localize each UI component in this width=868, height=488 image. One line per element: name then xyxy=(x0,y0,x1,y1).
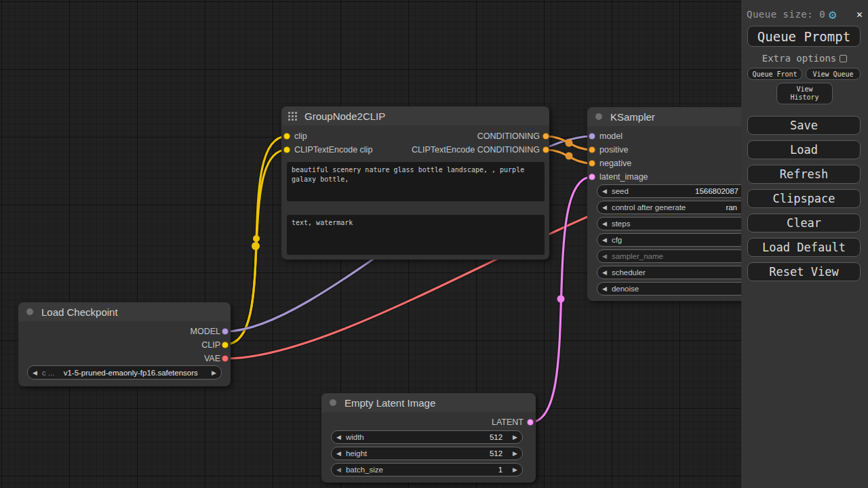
output-port-conditioning[interactable] xyxy=(542,133,549,140)
close-icon[interactable]: ✕ xyxy=(856,8,863,20)
input-port-cliptextencode-clip[interactable] xyxy=(283,146,290,153)
output-port-latent[interactable] xyxy=(527,419,534,426)
seed-widget[interactable]: ◀ seed 1566802087 xyxy=(597,184,758,198)
node-groupnode2clip-header[interactable]: GroupNode2CLIP xyxy=(281,106,549,125)
reset-view-button[interactable]: Reset View xyxy=(747,262,861,281)
input-label: clip xyxy=(294,131,307,141)
widget-label: denoise xyxy=(612,285,639,293)
negative-prompt-textarea[interactable]: text, watermark xyxy=(287,215,545,255)
input-port-latent-image[interactable] xyxy=(589,174,595,180)
next-arrow-icon[interactable]: ▶ xyxy=(207,369,221,376)
decrement-arrow-icon[interactable]: ◀ xyxy=(597,237,612,243)
decrement-arrow-icon[interactable]: ◀ xyxy=(597,220,612,227)
decrement-arrow-icon[interactable]: ◀ xyxy=(332,434,346,441)
output-label: LATENT xyxy=(492,418,524,427)
input-label: CLIPTextEncode clip xyxy=(294,145,372,155)
queue-front-button[interactable]: Queue Front xyxy=(747,68,802,80)
decrement-arrow-icon[interactable]: ◀ xyxy=(597,285,612,292)
increment-arrow-icon[interactable]: ▶ xyxy=(508,466,522,473)
output-port-model[interactable] xyxy=(222,328,229,335)
sampler-name-widget[interactable]: ◀ sampler_name xyxy=(597,249,758,263)
decrement-arrow-icon[interactable]: ◀ xyxy=(332,450,346,457)
widget-label: seed xyxy=(612,187,629,195)
widget-label: steps xyxy=(612,220,631,228)
node-ksampler-header[interactable]: KSampler xyxy=(587,107,761,126)
output-port-clip[interactable] xyxy=(222,342,229,348)
widget-label: sampler_name xyxy=(612,252,663,260)
steps-widget[interactable]: ◀ steps xyxy=(597,217,758,230)
output-label: VAE xyxy=(204,354,220,363)
save-button[interactable]: Save xyxy=(747,116,861,135)
scheduler-widget[interactable]: ◀ scheduler xyxy=(597,266,758,279)
increment-arrow-icon[interactable]: ▶ xyxy=(508,450,522,457)
output-label: CLIPTextEncode CONDITIONING xyxy=(412,145,540,155)
input-port-negative[interactable] xyxy=(589,160,595,167)
node-load-checkpoint-header[interactable]: Load Checkpoint xyxy=(18,302,231,321)
node-empty-latent-image[interactable]: Empty Latent Image LATENT ◀ width 512 ▶ … xyxy=(321,393,536,483)
view-history-line2: History xyxy=(790,94,818,102)
decrement-arrow-icon[interactable]: ◀ xyxy=(597,204,612,211)
link-dot xyxy=(566,152,573,160)
decrement-arrow-icon[interactable]: ◀ xyxy=(597,253,612,260)
node-title: KSampler xyxy=(610,111,655,123)
view-history-line1: View xyxy=(796,85,812,94)
widget-value: 1 xyxy=(383,466,508,474)
collapse-dot-icon[interactable] xyxy=(330,399,336,406)
link-dot xyxy=(566,140,573,147)
width-widget[interactable]: ◀ width 512 ▶ xyxy=(331,430,523,444)
input-label: model xyxy=(599,131,623,141)
widget-label: scheduler xyxy=(612,268,646,277)
output-port-cliptextencode-conditioning[interactable] xyxy=(542,146,549,153)
input-port-positive[interactable] xyxy=(589,146,595,153)
output-label: CLIP xyxy=(201,340,220,350)
node-empty-latent-image-header[interactable]: Empty Latent Image xyxy=(321,393,536,412)
denoise-widget[interactable]: ◀ denoise xyxy=(597,282,758,296)
refresh-button[interactable]: Refresh xyxy=(747,165,861,184)
ckpt-name-widget[interactable]: ◀ c ... v1-5-pruned-emaonly-fp16.safeten… xyxy=(27,365,222,380)
clipspace-button[interactable]: Clipspace xyxy=(747,189,861,208)
queue-size-label: Queue size: 0 xyxy=(747,9,825,20)
load-button[interactable]: Load xyxy=(747,140,861,159)
cfg-widget[interactable]: ◀ cfg xyxy=(597,233,758,247)
widget-value: 512 xyxy=(364,433,508,441)
extra-options-label: Extra options xyxy=(762,53,837,64)
input-label: positive xyxy=(599,145,628,155)
increment-arrow-icon[interactable]: ▶ xyxy=(508,434,522,441)
decrement-arrow-icon[interactable]: ◀ xyxy=(597,188,612,195)
node-title: Load Checkpoint xyxy=(41,306,118,318)
decrement-arrow-icon[interactable]: ◀ xyxy=(332,466,346,473)
load-default-button[interactable]: Load Default xyxy=(747,238,861,257)
input-port-clip[interactable] xyxy=(283,133,290,140)
group-node-icon xyxy=(288,112,297,121)
height-widget[interactable]: ◀ height 512 ▶ xyxy=(331,447,523,460)
settings-gear-icon[interactable]: ⚙ xyxy=(829,8,836,21)
prev-arrow-icon[interactable]: ◀ xyxy=(28,369,42,376)
comfyui-app: GroupNode2CLIP clip CLIPTextEncode clip … xyxy=(0,0,868,488)
input-label: negative xyxy=(599,159,631,168)
input-label: latent_image xyxy=(599,172,648,182)
positive-prompt-textarea[interactable]: beautiful scenery nature glass bottle la… xyxy=(287,162,545,201)
link-dot xyxy=(557,296,565,303)
extra-options-checkbox[interactable] xyxy=(840,55,847,62)
widget-label: c ... xyxy=(42,369,55,377)
input-port-model[interactable] xyxy=(589,133,595,140)
output-port-vae[interactable] xyxy=(222,355,229,362)
node-groupnode2clip[interactable]: GroupNode2CLIP clip CLIPTextEncode clip … xyxy=(281,106,549,260)
widget-label: batch_size xyxy=(346,466,383,474)
queue-prompt-button[interactable]: Queue Prompt xyxy=(747,26,861,47)
view-queue-button[interactable]: View Queue xyxy=(806,68,861,80)
batch-size-widget[interactable]: ◀ batch_size 1 ▶ xyxy=(331,463,523,476)
clear-button[interactable]: Clear xyxy=(747,214,861,232)
output-label: MODEL xyxy=(191,327,220,336)
widget-value: 1566802087 xyxy=(629,187,757,195)
node-load-checkpoint[interactable]: Load Checkpoint MODEL CLIP VAE ◀ c ... v… xyxy=(18,302,231,386)
view-history-button[interactable]: View History xyxy=(776,83,833,104)
node-ksampler[interactable]: KSampler model positive negative latent_… xyxy=(587,107,761,301)
collapse-dot-icon[interactable] xyxy=(595,113,602,120)
collapse-dot-icon[interactable] xyxy=(26,308,33,315)
node-title: GroupNode2CLIP xyxy=(304,110,385,122)
widget-label: control after generate xyxy=(612,203,686,211)
decrement-arrow-icon[interactable]: ◀ xyxy=(597,269,612,276)
output-label: CONDITIONING xyxy=(477,131,540,141)
control-after-generate-widget[interactable]: ◀ control after generate ran xyxy=(597,201,758,214)
